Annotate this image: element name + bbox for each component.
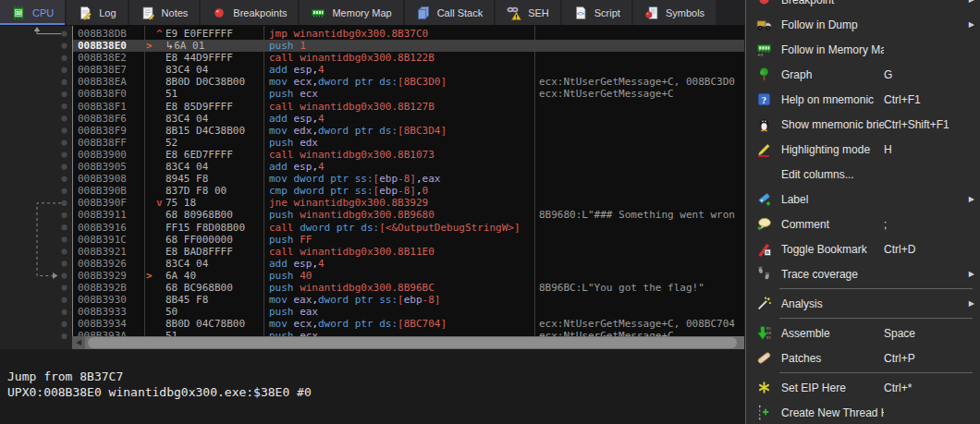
menu-item-trace-coverage[interactable]: Trace coverage▶ <box>746 261 980 286</box>
menu-item-breakpoint[interactable]: Breakpoint▶ <box>746 0 980 12</box>
scroll-left-button[interactable]: ◀ <box>72 336 85 349</box>
bytes-cell: E8 6ED7FFFF <box>144 149 263 161</box>
disasm-row[interactable]: 008B38FF52push edx <box>73 137 744 149</box>
disasm-row[interactable]: 008B393350push eax <box>73 306 744 318</box>
tab-script[interactable]: <>Script <box>562 0 631 25</box>
breakpoint-dot[interactable] <box>61 31 67 37</box>
breakpoint-dot[interactable] <box>61 79 67 85</box>
breakpoint-dot[interactable] <box>61 273 67 279</box>
disasm-row[interactable]: 008B3921E8 BAD8FFFFcall winantidbg0x300.… <box>73 246 744 258</box>
disasm-row[interactable]: 008B38F051push ecxecx:NtUserGetMessage+C <box>73 88 744 100</box>
disasm-row[interactable]: 008B38F98B15 D4C38B00mov edx,dword ptr d… <box>73 125 744 137</box>
disasm-row[interactable]: 008B38E783C4 04add esp,4 <box>73 64 744 76</box>
breakpoint-dot[interactable] <box>61 188 67 194</box>
breakpoint-dot[interactable] <box>61 236 67 242</box>
disasm-row[interactable]: 008B39088945 F8mov dword ptr ss:[ebp-8],… <box>73 173 744 185</box>
breakpoint-dot[interactable] <box>61 260 67 266</box>
menu-item-label: Follow in Dump <box>781 18 884 31</box>
breakpoint-dot[interactable] <box>61 139 67 145</box>
breakpoint-dot[interactable] <box>61 200 67 206</box>
tab-symbols[interactable]: Symbols <box>633 0 716 25</box>
breakpoint-dot[interactable] <box>61 115 67 121</box>
menu-item-shortcut: Ctrl+* <box>884 382 965 394</box>
breakpoint-dot[interactable] <box>61 151 67 157</box>
disasm-row[interactable]: 008B3900E8 6ED7FFFFcall winantidbg0x300.… <box>73 149 744 161</box>
menu-item-highlighting-mode[interactable]: Highlighting modeH <box>746 137 980 162</box>
breakpoint-dot[interactable] <box>61 43 67 49</box>
menu-item-comment[interactable]: Comment; <box>746 212 980 236</box>
tab-log[interactable]: Log <box>67 0 127 25</box>
menu-item-shortcut: Ctrl+D <box>884 243 965 256</box>
disassembly-table: 008B38DB^E9 E0FEFFFFjmp winantidbg0x300.… <box>72 26 744 349</box>
breakpoint-dot[interactable] <box>61 164 67 170</box>
tab-label: Script <box>594 7 620 18</box>
breakpoint-dot[interactable] <box>61 333 67 339</box>
breakpoint-dot[interactable] <box>61 224 67 230</box>
breakpoint-dot[interactable] <box>61 309 67 315</box>
breakpoint-dot[interactable] <box>61 321 67 327</box>
menu-item-follow-in-memory-map[interactable]: Follow in Memory Map <box>746 37 980 62</box>
menu-item-toggle-bookmark[interactable]: nToggle BookmarkCtrl+D <box>746 236 980 261</box>
disasm-row[interactable]: 008B390B837D F8 00cmp dword ptr ss:[ebp-… <box>73 185 744 197</box>
menu-item-assemble[interactable]: 011001AssembleSpace <box>746 321 980 345</box>
breakpoint-dot[interactable] <box>61 55 67 61</box>
breakpoint-dot[interactable] <box>61 176 67 182</box>
menu-item-label[interactable]: Label▶ <box>746 187 980 212</box>
disasm-row[interactable]: 008B38E0>↳6A 01push 1 <box>73 40 744 52</box>
address-cell: 008B38E0 <box>73 40 144 52</box>
menu-item-label: Create New Thread Here <box>781 406 884 419</box>
bytes-cell: 51 <box>144 88 263 100</box>
instruction-cell: add esp,4 <box>263 64 534 76</box>
menu-item-show-mnemonic-brief[interactable]: Show mnemonic briefCtrl+Shift+F1 <box>746 112 980 137</box>
tab-cpu[interactable]: 32CPU <box>0 0 65 25</box>
breakpoint-dot[interactable] <box>61 67 67 73</box>
menu-item-set-eip-here[interactable]: Set EIP HereCtrl+* <box>746 375 980 400</box>
breakpoint-dot[interactable] <box>61 91 67 97</box>
tab-breakpoints[interactable]: Breakpoints <box>201 0 298 25</box>
tab-seh[interactable]: SEH <box>496 0 560 25</box>
disasm-row[interactable]: 008B39348B0D 04C78B00mov ecx,dword ptr d… <box>73 318 744 330</box>
breakpoint-dot[interactable] <box>61 127 67 133</box>
tab-memory-map[interactable]: Memory Map <box>300 0 402 25</box>
scrollbar-thumb[interactable] <box>88 337 737 348</box>
disasm-row[interactable]: 008B391C68 FF000000push FF <box>73 234 744 246</box>
disasm-row[interactable]: 008B392683C4 04add esp,4 <box>73 258 744 270</box>
disasm-row[interactable]: 008B38E2E8 44D9FFFFcall winantidbg0x300.… <box>73 52 744 64</box>
disasm-row[interactable]: 008B3916FF15 F8D08B00call dword ptr ds:[… <box>73 222 744 234</box>
menu-item-help-on-mnemonic[interactable]: ?Help on mnemonicCtrl+F1 <box>746 87 980 112</box>
tab-notes[interactable]: Notes <box>129 0 200 25</box>
jump-arrow-gutter[interactable] <box>0 26 72 349</box>
menu-item-follow-in-dump[interactable]: Follow in Dump▶ <box>746 12 980 37</box>
breakpoint-dot[interactable] <box>61 297 67 303</box>
disasm-row[interactable]: 008B38F683C4 04add esp,4 <box>73 113 744 125</box>
disasm-row[interactable]: 008B392B68 BC968B00push winantidbg0x300.… <box>73 282 744 294</box>
disasm-row[interactable]: 008B390Fv75 18jne winantidbg0x300.8B3929 <box>73 197 744 209</box>
menu-item-edit-columns[interactable]: Edit columns... <box>746 162 980 187</box>
disasm-row[interactable]: 008B38EA8B0D D0C38B00mov ecx,dword ptr d… <box>73 76 744 88</box>
instruction-cell: push FF <box>263 234 534 246</box>
menu-item-analysis[interactable]: Analysis▶ <box>746 291 980 316</box>
disasm-row[interactable]: 008B393A51push ecxecx:NtUserGetMessage+C <box>73 330 744 336</box>
menu-item-label: Breakpoint <box>781 0 884 6</box>
menu-item-patches[interactable]: PatchesCtrl+P <box>746 345 980 370</box>
menu-item-create-new-thread-here[interactable]: Create New Thread Here <box>746 400 980 424</box>
tab-call-stack[interactable]: Call Stack <box>405 0 495 25</box>
horizontal-scrollbar[interactable]: ◀ <box>72 336 744 349</box>
breakpoint-dot[interactable] <box>61 103 67 109</box>
disasm-row[interactable]: 008B39308B45 F8mov eax,dword ptr ss:[ebp… <box>73 294 744 306</box>
comment-cell <box>534 28 744 40</box>
breakpoint-dot[interactable] <box>61 248 67 254</box>
disasm-row[interactable]: 008B390583C4 04add esp,4 <box>73 161 744 173</box>
seh-icon <box>507 6 521 20</box>
menu-item-graph[interactable]: GraphG <box>746 62 980 87</box>
bytes-cell: 50 <box>144 306 263 318</box>
comment-cell <box>534 197 744 209</box>
trace-coverage-icon <box>754 266 773 283</box>
breakpoint-dot[interactable] <box>61 212 67 218</box>
disasm-row[interactable]: 008B3929>6A 40push 40 <box>73 270 744 282</box>
breakpoint-dot[interactable] <box>61 285 67 291</box>
disasm-row[interactable]: 008B391168 80968B00push winantidbg0x300.… <box>73 209 744 221</box>
disasm-row[interactable]: 008B38DB^E9 E0FEFFFFjmp winantidbg0x300.… <box>73 28 744 40</box>
disasm-row[interactable]: 008B38F1E8 85D9FFFFcall winantidbg0x300.… <box>73 101 744 113</box>
conditional-jump-arrow <box>37 203 61 276</box>
